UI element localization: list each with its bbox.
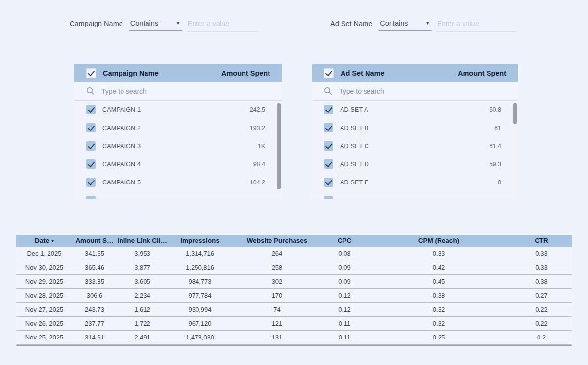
cell-impressions: 1,250,816: [168, 264, 232, 271]
scrollbar-thumb[interactable]: [513, 103, 517, 124]
select-all-checkbox[interactable]: [86, 68, 96, 78]
item-checkbox[interactable]: [86, 123, 96, 132]
ad-set-name-filter: Ad Set Name Contains ▼: [330, 18, 516, 32]
cell-cpm-reach: 0.32: [367, 320, 511, 327]
list-item[interactable]: CAMPAIGN 5 104.2: [74, 173, 282, 191]
column-header-website-purchases[interactable]: Website Purchases: [232, 237, 322, 244]
list-item[interactable]: AD SET E 0: [312, 173, 518, 191]
item-checkbox[interactable]: [324, 105, 333, 114]
item-value: 98.4: [253, 161, 265, 168]
list-item[interactable]: AD SET A 60.8: [312, 101, 518, 119]
item-label: AD SET C: [340, 143, 490, 150]
filter-value-input[interactable]: [188, 20, 257, 27]
list-item[interactable]: CAMPAIGN 2 193.2: [74, 119, 282, 137]
cell-cpm-reach: 0.32: [367, 306, 511, 313]
cell-cpc: 0.11: [322, 334, 367, 341]
list-item[interactable]: AD SET B 61: [312, 119, 518, 137]
item-label: AD SET E: [340, 179, 498, 186]
item-checkbox[interactable]: [86, 105, 96, 114]
slicer-title: Campaign Name: [103, 69, 221, 77]
horizontal-scrollbar[interactable]: [16, 345, 572, 346]
table-row[interactable]: Nov 29, 2025 333.85 3,605 984,773 302 0.…: [16, 275, 572, 289]
column-header-impressions[interactable]: Impressions: [168, 237, 232, 244]
column-header-cpm-reach[interactable]: CPM (Reach): [367, 237, 511, 244]
cell-website-purchases: 258: [232, 264, 322, 271]
item-label: CAMPAIGN 4: [102, 161, 253, 168]
item-value: 193.2: [250, 125, 265, 131]
cell-cpc: 0.08: [322, 250, 367, 257]
item-label: CAMPAIGN 5: [102, 179, 250, 186]
partially-visible-item-checkbox[interactable]: [86, 196, 96, 199]
cell-amount-spent: 306.6: [73, 292, 117, 299]
slicer-search-input[interactable]: [101, 87, 270, 95]
cell-cpc: 0.12: [322, 306, 367, 313]
column-header-amount-spent[interactable]: Amount S…: [73, 237, 117, 244]
cell-impressions: 1,314,716: [168, 250, 232, 257]
cell-ctr: 0.27: [511, 292, 572, 299]
cell-date: Dec 1, 2025: [16, 250, 73, 257]
cell-website-purchases: 74: [232, 306, 322, 313]
item-checkbox[interactable]: [86, 141, 96, 151]
slicer-header: Campaign Name Amount Spent: [74, 64, 282, 82]
chevron-down-icon: ▼: [425, 21, 430, 26]
cell-cpc: 0.09: [322, 278, 367, 285]
cell-amount-spent: 243.73: [73, 306, 117, 313]
filter-label: Campaign Name: [70, 18, 123, 27]
item-value: 104.2: [250, 179, 265, 186]
scrollbar-thumb[interactable]: [277, 103, 281, 189]
search-icon: [86, 87, 95, 95]
partially-visible-item-checkbox[interactable]: [324, 196, 333, 199]
item-checkbox[interactable]: [324, 123, 333, 132]
item-checkbox[interactable]: [324, 159, 333, 169]
filter-operator-value: Contains: [130, 19, 158, 27]
table-row[interactable]: Dec 1, 2025 341.65 3,953 1,314,716 264 0…: [16, 247, 572, 261]
cell-inline-link-clicks: 3,605: [117, 278, 168, 285]
table-row[interactable]: Nov 30, 2025 365.46 3,877 1,250,816 258 …: [16, 261, 572, 275]
list-item[interactable]: CAMPAIGN 4 98.4: [74, 155, 282, 173]
list-item[interactable]: AD SET D 59.3: [312, 155, 518, 173]
item-checkbox[interactable]: [86, 178, 96, 187]
cell-inline-link-clicks: 2,491: [117, 334, 168, 341]
item-label: AD SET B: [340, 125, 494, 131]
cell-website-purchases: 302: [232, 278, 322, 285]
table-row[interactable]: Nov 27, 2025 243.73 1,612 930,994 74 0.1…: [16, 303, 572, 317]
cell-ctr: 0.38: [511, 278, 572, 285]
column-header-date[interactable]: Date▾: [16, 237, 73, 244]
cell-cpc: 0.12: [322, 292, 367, 299]
column-header-inline-link-clicks[interactable]: Inline Link Cli…: [117, 237, 168, 244]
filter-label: Ad Set Name: [330, 18, 372, 27]
list-item[interactable]: CAMPAIGN 1 242.5: [74, 101, 282, 119]
filter-value-input[interactable]: [437, 20, 515, 27]
slicer-search-input[interactable]: [339, 87, 506, 95]
slicer-search-bar: [312, 82, 518, 101]
cell-website-purchases: 264: [232, 250, 322, 257]
table-row[interactable]: Nov 26, 2025 237.77 1,722 967,120 121 0.…: [16, 317, 572, 331]
slicer-title: Ad Set Name: [341, 69, 458, 77]
table-row[interactable]: Nov 28, 2025 306.6 2,234 977,784 170 0.1…: [16, 289, 572, 303]
cell-ctr: 0.22: [511, 306, 572, 313]
report-canvas: { "colors": { "accent": "#a6c3e1", "page…: [0, 0, 588, 365]
cell-impressions: 967,120: [168, 320, 232, 327]
select-all-checkbox[interactable]: [324, 68, 334, 78]
column-header-ctr[interactable]: CTR: [511, 237, 572, 244]
list-item[interactable]: CAMPAIGN 3 1K: [74, 137, 282, 155]
cell-amount-spent: 341.65: [73, 250, 117, 257]
item-checkbox[interactable]: [324, 141, 333, 151]
cell-cpm-reach: 0.25: [367, 334, 511, 341]
item-checkbox[interactable]: [86, 159, 96, 169]
item-checkbox[interactable]: [324, 178, 333, 187]
filter-operator-dropdown[interactable]: Contains ▼: [129, 18, 182, 31]
cell-impressions: 930,994: [168, 306, 232, 313]
list-item[interactable]: AD SET C 61.4: [312, 137, 518, 155]
filter-operator-dropdown[interactable]: Contains ▼: [379, 18, 432, 31]
item-value: 61: [494, 125, 501, 131]
cell-date: Nov 25, 2025: [16, 334, 73, 341]
slicer-search-bar: [74, 82, 282, 101]
sort-descending-icon: ▾: [51, 238, 54, 243]
item-label: CAMPAIGN 3: [102, 143, 258, 150]
cell-date: Nov 29, 2025: [16, 278, 73, 285]
table-row[interactable]: Nov 25, 2025 314.61 2,491 1,473,030 131 …: [16, 331, 572, 345]
filter-value-field-wrap: [187, 18, 258, 32]
table-body: Dec 1, 2025 341.65 3,953 1,314,716 264 0…: [16, 247, 572, 345]
column-header-cpc[interactable]: CPC: [322, 237, 367, 244]
